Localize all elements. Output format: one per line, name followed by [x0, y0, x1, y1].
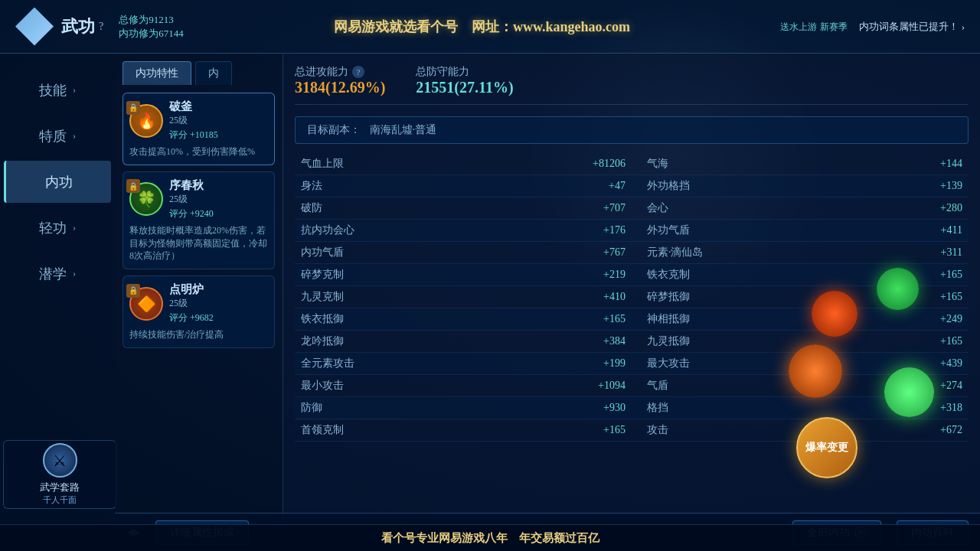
nav-item-tz[interactable]: 特质 ›: [4, 115, 111, 157]
inner-power-label: 内功修为: [119, 28, 158, 39]
total-power-value: 91213: [149, 14, 174, 25]
nav-label-qx: 潜学: [39, 265, 67, 283]
stat-left-val-9: +199: [487, 353, 632, 375]
nav-item-ng[interactable]: 内功: [4, 161, 111, 203]
notify-text[interactable]: 内功词条属性已提升！ ›: [859, 20, 965, 34]
skill-level-1: 25级: [169, 193, 214, 206]
wugong-panel[interactable]: ⚔ 武学套路 千人千面: [3, 440, 116, 509]
title-question[interactable]: ?: [99, 21, 103, 33]
skill-level-0: 25级: [169, 114, 218, 127]
stat-left-name-0: 气血上限: [295, 153, 487, 175]
wugong-icon: ⚔: [43, 443, 77, 478]
stat-left-name-7: 铁衣抵御: [295, 308, 487, 331]
stat-left-val-2: +707: [487, 197, 632, 220]
stat-right-name-12: 攻击: [632, 419, 824, 442]
table-row: 全元素攻击 +199 最大攻击 +439: [295, 353, 969, 375]
table-row: 气血上限 +81206 气海 +144: [295, 153, 969, 175]
table-row: 内功气盾 +767 元素·滴仙岛 +311: [295, 242, 969, 264]
stats-table: 气血上限 +81206 气海 +144 身法 +47 外功格挡 +139 破防 …: [295, 153, 969, 442]
skill-desc-1: 释放技能时概率造成20%伤害，若目标为怪物则带高额固定值，冷却8次高治疗）: [129, 224, 268, 262]
left-nav: 技能 › 特质 › 内功 轻功 › 潜学 › ⚔ 武学套路 千人千面: [0, 54, 115, 551]
nav-item-jn[interactable]: 技能 ›: [4, 69, 111, 111]
skill-info-2: 点明炉 25级 评分 +9682: [169, 282, 214, 324]
stats-header: 总进攻能力 ? 3184(12.69%) 总防守能力 21551(27.11%): [295, 65, 969, 105]
app-title: 武功: [61, 15, 95, 38]
stat-right-name-11: 格挡: [632, 397, 824, 419]
attack-group: 总进攻能力 ? 3184(12.69%): [295, 65, 385, 96]
stat-right-name-2: 会心: [632, 197, 824, 220]
skill-header-1: 🔒 🍀 序春秋 25级 评分 +9240: [129, 178, 268, 220]
skill-item-2[interactable]: 🔒 🔶 点明炉 25级 评分 +9682 持续技能伤害/治疗提高: [122, 276, 275, 348]
table-row: 最小攻击 +1094 气盾 +274: [295, 375, 969, 397]
stat-right-name-4: 元素·滴仙岛: [632, 242, 824, 264]
defense-label: 总防守能力: [416, 65, 513, 79]
stat-right-val-7: +249: [824, 308, 969, 331]
skill-score-0: 评分 +10185: [169, 129, 218, 142]
stat-left-name-1: 身法: [295, 175, 487, 197]
stat-right-name-5: 铁衣克制: [632, 264, 824, 286]
power-stats: 总修为91213 内功修为67144: [119, 13, 184, 41]
stat-left-name-12: 首领克制: [295, 419, 487, 442]
table-row: 九灵克制 +410 碎梦抵御 +165: [295, 286, 969, 308]
stat-left-val-0: +81206: [487, 153, 632, 175]
stat-left-val-11: +930: [487, 397, 632, 419]
stat-right-name-8: 九灵抵御: [632, 331, 824, 353]
main-content: 内功特性 内 🔒 🔥 破釜 25级 评分 +10185 攻击提高10: [115, 54, 980, 551]
lock-icon-0: 🔒: [126, 101, 140, 115]
top-right: 送水上游 新赛季 内功词条属性已提升！ ›: [780, 19, 965, 34]
stat-left-val-10: +1094: [487, 375, 632, 397]
stat-left-name-5: 碎梦克制: [295, 264, 487, 286]
stat-left-val-8: +384: [487, 331, 632, 353]
stat-right-val-10: +274: [824, 375, 969, 397]
tab-inner-trait[interactable]: 内功特性: [122, 61, 191, 85]
stat-right-name-7: 神相抵御: [632, 308, 824, 331]
wugong-sublabel: 千人千面: [43, 494, 77, 506]
stat-right-val-11: +318: [824, 397, 969, 419]
table-row: 身法 +47 外功格挡 +139: [295, 175, 969, 197]
table-row: 防御 +930 格挡 +318: [295, 397, 969, 419]
skill-icon-wrap-2: 🔒 🔶: [129, 287, 163, 321]
nav-arrow-jn: ›: [73, 84, 76, 96]
lock-icon-1: 🔒: [126, 179, 140, 193]
skill-name-2: 点明炉: [169, 282, 214, 297]
promo-bottom-text: 看个号专业网易游戏八年 年交易额过百亿: [381, 531, 599, 546]
stat-left-name-4: 内功气盾: [295, 242, 487, 264]
table-row: 龙吟抵御 +384 九灵抵御 +165: [295, 331, 969, 353]
stats-panel: 总进攻能力 ? 3184(12.69%) 总防守能力 21551(27.11%)…: [283, 54, 980, 551]
tab-inner-2[interactable]: 内: [195, 61, 232, 85]
stat-right-name-6: 碎梦抵御: [632, 286, 824, 308]
skill-level-2: 25级: [169, 297, 214, 310]
nav-arrow-qg: ›: [73, 222, 76, 233]
tab-bar: 内功特性 内: [122, 61, 275, 85]
stat-right-val-5: +165: [824, 264, 969, 286]
nav-item-qx[interactable]: 潜学 ›: [4, 253, 111, 295]
stat-left-val-7: +165: [487, 308, 632, 331]
skill-name-1: 序春秋: [169, 178, 214, 193]
skill-icon-wrap-1: 🔒 🍀: [129, 182, 163, 216]
stat-right-val-9: +439: [824, 353, 969, 375]
top-bar: 武功 ? 总修为91213 内功修为67144 网易游戏就选看个号 网址：www…: [0, 0, 980, 54]
skill-icon-wrap-0: 🔒 🔥: [129, 104, 163, 138]
stat-right-name-9: 最大攻击: [632, 353, 824, 375]
target-dungeon[interactable]: 目标副本： 南海乱墟·普通: [295, 116, 969, 144]
skill-desc-2: 持续技能伤害/治疗提高: [129, 328, 268, 341]
nav-label-tz: 特质: [39, 127, 67, 145]
promo-center: 网易游戏就选看个号 网址：www.kangehao.com: [184, 18, 781, 36]
stat-right-name-3: 外功气盾: [632, 220, 824, 242]
skill-info-1: 序春秋 25级 评分 +9240: [169, 178, 214, 220]
nav-item-qg[interactable]: 轻功 ›: [4, 207, 111, 249]
stat-left-name-8: 龙吟抵御: [295, 331, 487, 353]
skill-desc-0: 攻击提高10%，受到伤害降低%: [129, 145, 268, 158]
table-row: 破防 +707 会心 +280: [295, 197, 969, 220]
season-label: 送水上游 新赛季: [780, 19, 848, 34]
stat-right-val-0: +144: [824, 153, 969, 175]
wugong-label: 武学套路: [40, 481, 80, 494]
attack-question[interactable]: ?: [352, 66, 364, 78]
skill-item-1[interactable]: 🔒 🍀 序春秋 25级 评分 +9240 释放技能时概率造成20%伤害，若目标为…: [122, 171, 275, 269]
baolv-badge[interactable]: 爆率变更: [796, 417, 858, 478]
nav-label-ng: 内功: [45, 173, 73, 191]
skill-item-0[interactable]: 🔒 🔥 破釜 25级 评分 +10185 攻击提高10%，受到伤害降低%: [122, 93, 275, 165]
stat-left-val-12: +165: [487, 419, 632, 442]
stat-right-val-2: +280: [824, 197, 969, 220]
table-row: 首领克制 +165 攻击 +672: [295, 419, 969, 442]
